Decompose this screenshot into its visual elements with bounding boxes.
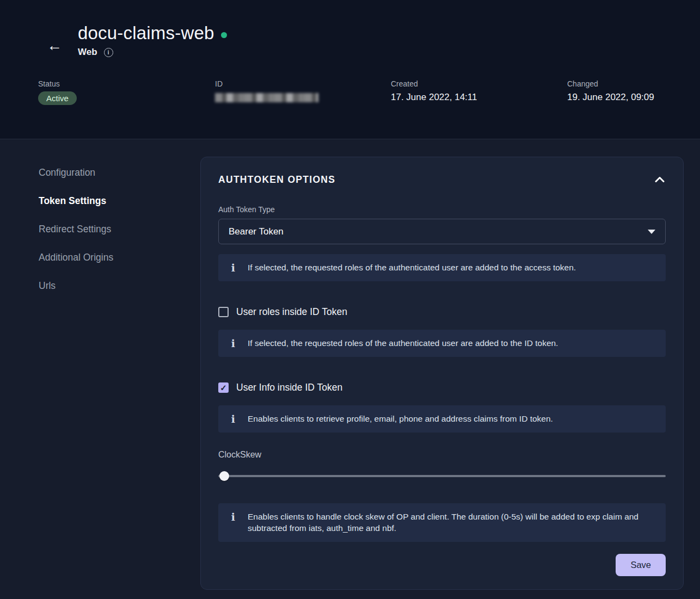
- checkbox-row-user-roles[interactable]: User roles inside ID Token: [218, 306, 666, 318]
- chevron-up-icon[interactable]: [654, 174, 666, 186]
- sidebar-item-token-settings[interactable]: Token Settings: [39, 196, 200, 206]
- meta-created: Created 17. June 2022, 14:11: [391, 79, 567, 105]
- info-box-user-info: ℹ Enables clients to retrieve profile, e…: [218, 405, 666, 433]
- caret-down-icon: [648, 230, 655, 234]
- authtoken-options-panel: AUTHTOKEN OPTIONS Auth Token Type Bearer…: [200, 157, 684, 590]
- back-button[interactable]: ←: [45, 36, 64, 55]
- content-area: Configuration Token Settings Redirect Se…: [0, 139, 700, 599]
- changed-value: 19. June 2022, 09:09: [567, 92, 700, 103]
- info-icon: ℹ: [227, 511, 239, 523]
- meta-changed: Changed 19. June 2022, 09:09: [567, 79, 700, 105]
- meta-id: ID: [215, 79, 391, 105]
- auth-token-type-select[interactable]: Bearer Token: [218, 219, 666, 244]
- checkbox-row-user-info[interactable]: ✓ User Info inside ID Token: [218, 382, 666, 393]
- info-box-access-token: ℹ If selected, the requested roles of th…: [218, 254, 666, 281]
- created-value: 17. June 2022, 14:11: [391, 92, 567, 103]
- page-header: ← docu-claims-web Web i Status Active ID: [0, 0, 700, 139]
- info-circle-icon[interactable]: i: [104, 48, 113, 57]
- status-badge: Active: [38, 91, 77, 105]
- sidebar-item-urls[interactable]: Urls: [39, 281, 200, 291]
- panel-title: AUTHTOKEN OPTIONS: [218, 174, 335, 186]
- sidebar-item-redirect-settings[interactable]: Redirect Settings: [39, 224, 200, 234]
- info-box-id-token: ℹ If selected, the requested roles of th…: [218, 330, 666, 357]
- slider-track[interactable]: [218, 475, 666, 477]
- checkbox-user-roles[interactable]: [218, 307, 229, 317]
- back-arrow-icon: ←: [47, 37, 62, 54]
- info-text-user-info: Enables clients to retrieve profile, ema…: [248, 413, 553, 425]
- app-root: ← docu-claims-web Web i Status Active ID: [0, 0, 700, 599]
- client-type-label: Web: [78, 47, 97, 58]
- checkbox-user-info[interactable]: ✓: [218, 382, 229, 393]
- sidebar-item-configuration[interactable]: Configuration: [39, 168, 200, 178]
- status-label: Status: [38, 79, 215, 88]
- auth-token-type-value: Bearer Token: [229, 226, 284, 237]
- id-value-redacted: [215, 93, 318, 102]
- auth-token-type-label: Auth Token Type: [218, 205, 666, 214]
- clockskew-slider[interactable]: [218, 471, 666, 481]
- clockskew-label: ClockSkew: [218, 450, 666, 460]
- title-block: docu-claims-web Web i: [78, 23, 227, 58]
- slider-thumb[interactable]: [219, 471, 229, 481]
- online-status-dot: [221, 32, 227, 38]
- save-button[interactable]: Save: [616, 554, 666, 576]
- info-text-id-token: If selected, the requested roles of the …: [248, 337, 558, 349]
- info-box-clockskew: ℹ Enables clients to handle clock skew o…: [218, 503, 666, 542]
- id-label: ID: [215, 79, 391, 88]
- checkbox-user-info-label: User Info inside ID Token: [236, 382, 342, 393]
- checkbox-user-roles-label: User roles inside ID Token: [236, 306, 347, 318]
- info-icon: ℹ: [227, 413, 239, 425]
- info-text-clockskew: Enables clients to handle clock skew of …: [248, 511, 656, 534]
- meta-status: Status Active: [38, 79, 215, 105]
- page-title: docu-claims-web: [78, 23, 214, 44]
- sidebar-nav: Configuration Token Settings Redirect Se…: [0, 139, 200, 599]
- info-icon: ℹ: [227, 337, 239, 349]
- sidebar-item-additional-origins[interactable]: Additional Origins: [39, 252, 200, 263]
- changed-label: Changed: [567, 79, 700, 88]
- info-icon: ℹ: [227, 262, 239, 274]
- info-text-access-token: If selected, the requested roles of the …: [248, 262, 576, 274]
- created-label: Created: [391, 79, 567, 88]
- meta-row: Status Active ID Created 17. June 2022, …: [38, 79, 700, 105]
